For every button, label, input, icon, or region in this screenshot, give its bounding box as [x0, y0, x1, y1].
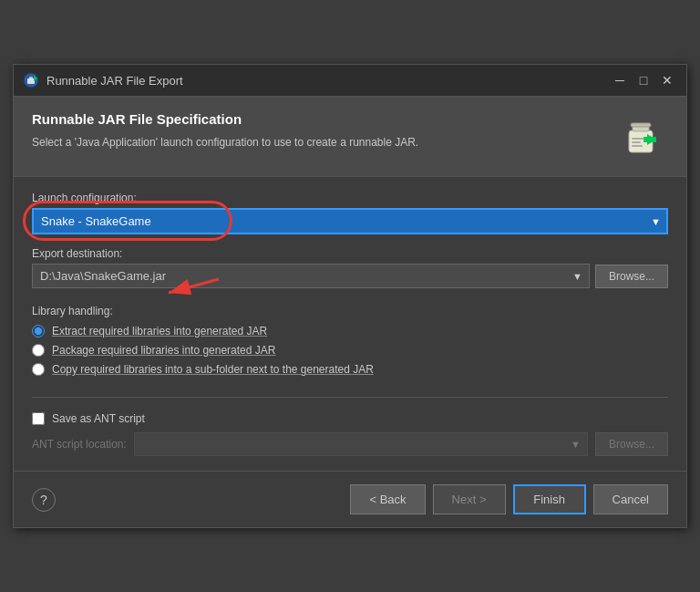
radio-package-label[interactable]: Package required libraries into generate… [52, 344, 275, 357]
header-title: Runnable JAR File Specification [32, 111, 613, 127]
back-button[interactable]: < Back [350, 484, 425, 514]
radio-extract-label[interactable]: Extract required libraries into generate… [52, 325, 267, 338]
ant-browse-button: Browse... [595, 432, 668, 456]
main-section: Launch configuration: Snake - SnakeGame … [14, 177, 686, 471]
jar-file-icon [618, 114, 664, 160]
svg-rect-11 [632, 145, 643, 147]
ant-location-dropdown-wrapper: ▼ [134, 432, 588, 456]
launch-config-dropdown-wrapper: Snake - SnakeGame ▼ [32, 208, 668, 234]
library-handling-section: Library handling: Extract required libra… [32, 305, 668, 382]
window-controls: ─ □ ✕ [610, 70, 677, 90]
svg-rect-2 [29, 77, 33, 79]
ant-location-row: ANT script location: ▼ Browse... [32, 432, 668, 456]
export-dest-dropdown-wrapper: D:\Java\SnakeGame.jar ▼ [32, 264, 590, 288]
maximize-button[interactable]: □ [633, 70, 654, 90]
window-icon [23, 72, 39, 88]
radio-package: Package required libraries into generate… [32, 344, 668, 357]
svg-rect-10 [632, 141, 641, 143]
radio-extract: Extract required libraries into generate… [32, 325, 668, 338]
divider [32, 397, 668, 398]
minimize-button[interactable]: ─ [610, 70, 630, 90]
ant-location-dropdown [134, 432, 588, 456]
main-window: Runnable JAR File Export ─ □ ✕ Runnable … [13, 64, 687, 528]
ant-section: Save as ANT script ANT script location: … [32, 412, 668, 456]
header-icon-area [613, 111, 668, 161]
export-browse-button[interactable]: Browse... [595, 265, 668, 288]
title-bar: Runnable JAR File Export ─ □ ✕ [14, 65, 686, 97]
ant-checkbox-wrapper[interactable]: Save as ANT script [32, 412, 668, 425]
radio-copy-input[interactable] [32, 363, 45, 376]
library-handling-label: Library handling: [32, 305, 668, 317]
svg-rect-8 [643, 137, 656, 142]
export-dest-row: D:\Java\SnakeGame.jar ▼ Browse... [32, 264, 668, 288]
export-dest-label: Export destination: [32, 247, 668, 260]
footer-buttons: < Back Next > Finish Cancel [350, 484, 668, 514]
footer: ? < Back Next > Finish Cancel [14, 471, 686, 527]
svg-rect-9 [632, 138, 644, 140]
radio-copy: Copy required libraries into a sub-folde… [32, 363, 668, 376]
header-text: Runnable JAR File Specification Select a… [32, 111, 613, 151]
launch-config-row: Snake - SnakeGame ▼ [32, 208, 668, 234]
next-button[interactable]: Next > [433, 484, 506, 514]
export-dest-group: Export destination: D:\Java\SnakeGame.ja… [32, 247, 668, 288]
help-button[interactable]: ? [32, 488, 56, 512]
close-button[interactable]: ✕ [657, 70, 677, 90]
radio-package-input[interactable] [32, 344, 45, 357]
footer-left: ? [32, 488, 56, 512]
header-description: Select a 'Java Application' launch confi… [32, 134, 613, 151]
finish-button[interactable]: Finish [513, 484, 586, 514]
ant-checkbox-label: Save as ANT script [52, 412, 145, 425]
window-title: Runnable JAR File Export [46, 74, 602, 88]
radio-extract-input[interactable] [32, 325, 45, 338]
header-section: Runnable JAR File Specification Select a… [14, 97, 686, 177]
radio-copy-label[interactable]: Copy required libraries into a sub-folde… [52, 363, 374, 376]
launch-config-group: Launch configuration: Snake - SnakeGame … [32, 192, 668, 234]
ant-location-label: ANT script location: [32, 438, 127, 451]
launch-config-dropdown[interactable]: Snake - SnakeGame [32, 208, 668, 234]
cancel-button[interactable]: Cancel [593, 484, 668, 514]
launch-config-label: Launch configuration: [32, 192, 668, 204]
export-dest-dropdown[interactable]: D:\Java\SnakeGame.jar [32, 264, 590, 288]
ant-checkbox[interactable] [32, 412, 45, 425]
svg-rect-6 [631, 123, 651, 127]
